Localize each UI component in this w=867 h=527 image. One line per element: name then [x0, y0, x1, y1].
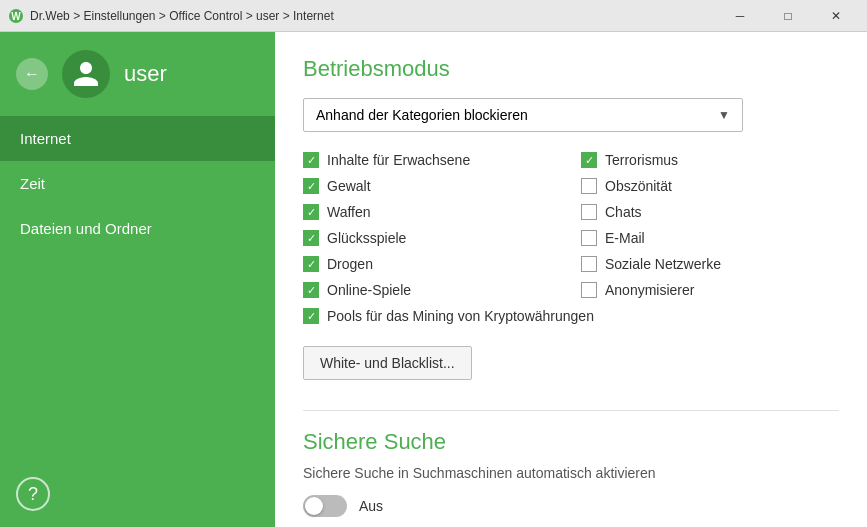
kategorie-dropdown[interactable]: Anhand der Kategorien blockieren ▼: [303, 98, 743, 132]
checkbox-obszoenitaet[interactable]: Obszönität: [581, 178, 839, 194]
checkbox-anonymisierer[interactable]: Anonymisierer: [581, 282, 839, 298]
sidebar-nav: Internet Zeit Dateien und Ordner: [0, 116, 275, 461]
checkbox-gluecksspiele-label: Glücksspiele: [327, 230, 406, 246]
sichere-suche-title: Sichere Suche: [303, 429, 839, 455]
checkbox-terrorismus-label: Terrorismus: [605, 152, 678, 168]
maximize-button[interactable]: □: [765, 0, 811, 32]
checkbox-erwachsene-label: Inhalte für Erwachsene: [327, 152, 470, 168]
checkbox-email[interactable]: E-Mail: [581, 230, 839, 246]
checkbox-online-spiele[interactable]: Online-Spiele: [303, 282, 561, 298]
checkbox-pools-box[interactable]: [303, 308, 319, 324]
sidebar-footer: ?: [0, 461, 275, 527]
title-bar-text: Dr.Web > Einstellungen > Office Control …: [30, 9, 717, 23]
checkbox-pools-label: Pools für das Mining von Kryptowährungen: [327, 308, 594, 324]
sidebar: ← user Internet Zeit Dateien und Ordner …: [0, 32, 275, 527]
checkbox-gluecksspiele-box[interactable]: [303, 230, 319, 246]
checkbox-gewalt-box[interactable]: [303, 178, 319, 194]
close-button[interactable]: ✕: [813, 0, 859, 32]
app-window: ← user Internet Zeit Dateien und Ordner …: [0, 32, 867, 527]
sidebar-item-zeit[interactable]: Zeit: [0, 161, 275, 206]
checkbox-drogen-label: Drogen: [327, 256, 373, 272]
minimize-button[interactable]: ─: [717, 0, 763, 32]
checkbox-email-label: E-Mail: [605, 230, 645, 246]
checkbox-erwachsene-box[interactable]: [303, 152, 319, 168]
help-button[interactable]: ?: [16, 477, 50, 511]
content-area: Betriebsmodus Anhand der Kategorien bloc…: [275, 32, 867, 527]
betriebsmodus-section: Betriebsmodus Anhand der Kategorien bloc…: [303, 56, 839, 404]
checkbox-soziale[interactable]: Soziale Netzwerke: [581, 256, 839, 272]
checkbox-anonymisierer-label: Anonymisierer: [605, 282, 694, 298]
sichere-suche-toggle[interactable]: [303, 495, 347, 517]
user-avatar-icon: [71, 59, 101, 89]
title-bar: W Dr.Web > Einstellungen > Office Contro…: [0, 0, 867, 32]
svg-text:W: W: [11, 11, 21, 22]
checkbox-soziale-box[interactable]: [581, 256, 597, 272]
checkbox-email-box[interactable]: [581, 230, 597, 246]
checkbox-soziale-label: Soziale Netzwerke: [605, 256, 721, 272]
checkbox-terrorismus-box[interactable]: [581, 152, 597, 168]
title-bar-controls: ─ □ ✕: [717, 0, 859, 32]
betriebsmodus-title: Betriebsmodus: [303, 56, 839, 82]
sidebar-header: ← user: [0, 32, 275, 116]
drweb-icon: W: [8, 8, 24, 24]
checkbox-gewalt[interactable]: Gewalt: [303, 178, 561, 194]
checkbox-gewalt-label: Gewalt: [327, 178, 371, 194]
checkbox-grid: Inhalte für Erwachsene Terrorismus Gewal…: [303, 152, 839, 324]
toggle-row: Aus: [303, 495, 839, 517]
checkbox-chats-box[interactable]: [581, 204, 597, 220]
section-divider: [303, 410, 839, 411]
checkbox-drogen[interactable]: Drogen: [303, 256, 561, 272]
checkbox-waffen-label: Waffen: [327, 204, 371, 220]
dropdown-value: Anhand der Kategorien blockieren: [316, 107, 528, 123]
checkbox-pools[interactable]: Pools für das Mining von Kryptowährungen: [303, 308, 839, 324]
dropdown-arrow-icon: ▼: [718, 108, 730, 122]
toggle-off-label: Aus: [359, 498, 383, 514]
checkbox-waffen[interactable]: Waffen: [303, 204, 561, 220]
back-button[interactable]: ←: [16, 58, 48, 90]
blacklist-button[interactable]: White- und Blacklist...: [303, 346, 472, 380]
toggle-knob: [305, 497, 323, 515]
checkbox-chats-label: Chats: [605, 204, 642, 220]
checkbox-obszoenitaet-box[interactable]: [581, 178, 597, 194]
checkbox-gluecksspiele[interactable]: Glücksspiele: [303, 230, 561, 246]
checkbox-drogen-box[interactable]: [303, 256, 319, 272]
sidebar-item-internet[interactable]: Internet: [0, 116, 275, 161]
dropdown-container: Anhand der Kategorien blockieren ▼: [303, 98, 839, 132]
checkbox-anonymisierer-box[interactable]: [581, 282, 597, 298]
sidebar-item-dateien[interactable]: Dateien und Ordner: [0, 206, 275, 251]
checkbox-online-spiele-box[interactable]: [303, 282, 319, 298]
checkbox-obszoenitaet-label: Obszönität: [605, 178, 672, 194]
checkbox-erwachsene[interactable]: Inhalte für Erwachsene: [303, 152, 561, 168]
checkbox-waffen-box[interactable]: [303, 204, 319, 220]
username-label: user: [124, 61, 167, 87]
checkbox-chats[interactable]: Chats: [581, 204, 839, 220]
sichere-suche-section: Sichere Suche Sichere Suche in Suchmasch…: [303, 429, 839, 517]
checkbox-terrorismus[interactable]: Terrorismus: [581, 152, 839, 168]
sichere-suche-description: Sichere Suche in Suchmaschinen automatis…: [303, 465, 839, 481]
checkbox-online-spiele-label: Online-Spiele: [327, 282, 411, 298]
avatar: [62, 50, 110, 98]
